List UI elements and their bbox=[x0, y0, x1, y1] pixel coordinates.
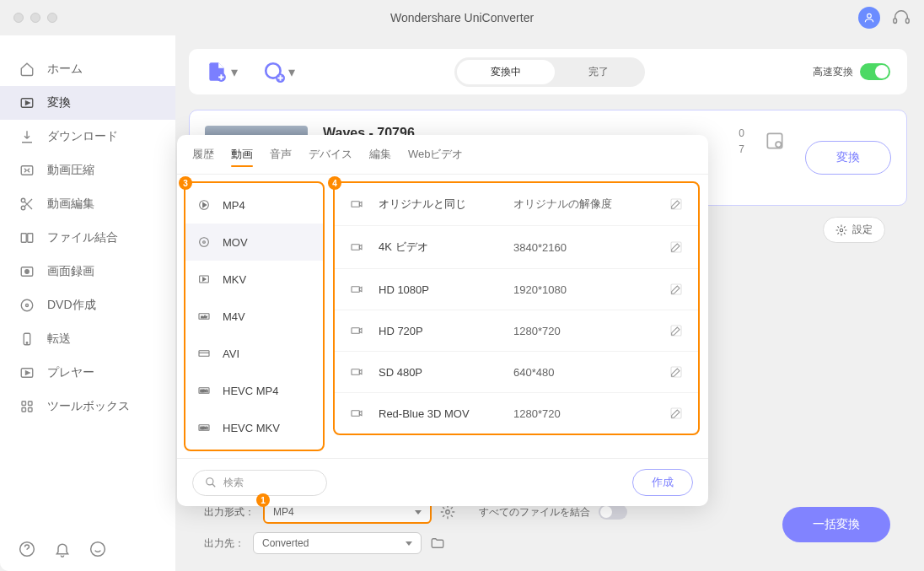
svg-rect-1 bbox=[894, 19, 897, 23]
sidebar-label: 転送 bbox=[47, 331, 71, 347]
convert-icon bbox=[19, 94, 35, 111]
edit-icon[interactable] bbox=[669, 365, 685, 379]
window-controls[interactable] bbox=[13, 13, 57, 23]
format-popup: 履歴 動画 音声 デバイス 編集 Webビデオ 3 MP4 MOV MKV m4… bbox=[177, 135, 708, 506]
avatar[interactable] bbox=[858, 7, 880, 29]
sidebar-label: 動画編集 bbox=[47, 197, 94, 212]
video-icon bbox=[196, 198, 212, 212]
file-settings-icon[interactable] bbox=[760, 126, 790, 156]
svg-point-56 bbox=[446, 510, 450, 514]
res-4k[interactable]: 4K ビデオ3840*2160 bbox=[335, 226, 698, 269]
gear-icon[interactable] bbox=[440, 504, 455, 520]
res-original[interactable]: オリジナルと同じオリジナルの解像度 bbox=[335, 183, 698, 226]
sidebar-item-transfer[interactable]: 転送 bbox=[0, 322, 175, 356]
svg-point-7 bbox=[21, 206, 25, 210]
badge-3: 3 bbox=[179, 176, 192, 190]
dest-dropdown[interactable]: Converted bbox=[253, 532, 422, 554]
bell-icon[interactable] bbox=[54, 541, 71, 558]
sidebar-label: ツールボックス bbox=[47, 399, 130, 414]
svg-rect-45 bbox=[352, 245, 359, 250]
toolbox-icon bbox=[19, 398, 35, 415]
search-input[interactable]: 検索 bbox=[192, 470, 327, 496]
svg-rect-51 bbox=[352, 369, 359, 375]
svg-text:HEVC: HEVC bbox=[200, 427, 208, 430]
tab-history[interactable]: 履歴 bbox=[192, 147, 214, 165]
help-icon[interactable] bbox=[19, 541, 35, 558]
sidebar-item-home[interactable]: ホーム bbox=[0, 52, 175, 86]
format-hevc-mp4[interactable]: HEVCHEVC MP4 bbox=[185, 372, 323, 409]
res-720p[interactable]: HD 720P1280*720 bbox=[335, 310, 698, 352]
convert-button[interactable]: 変換 bbox=[805, 141, 891, 175]
close-dot[interactable] bbox=[13, 13, 24, 23]
video-icon: m4v bbox=[196, 310, 212, 323]
maximize-dot[interactable] bbox=[47, 13, 57, 23]
tab-audio[interactable]: 音声 bbox=[270, 147, 292, 165]
format-mkv[interactable]: MKV bbox=[185, 261, 323, 298]
edit-icon[interactable] bbox=[669, 283, 685, 296]
svg-point-13 bbox=[26, 304, 29, 307]
format-hevc-mkv[interactable]: HEVCHEVC MKV bbox=[185, 409, 323, 446]
sidebar-item-edit[interactable]: 動画編集 bbox=[0, 187, 175, 221]
sidebar-label: DVD作成 bbox=[47, 298, 96, 313]
format-m4v[interactable]: m4vM4V bbox=[185, 298, 323, 335]
speed-toggle[interactable] bbox=[860, 63, 890, 80]
video-icon bbox=[196, 272, 212, 286]
tab-web[interactable]: Webビデオ bbox=[408, 147, 464, 165]
seg-done[interactable]: 完了 bbox=[555, 60, 642, 84]
sidebar-item-dvd[interactable]: DVD作成 bbox=[0, 288, 175, 322]
sidebar-item-toolbox[interactable]: ツールボックス bbox=[0, 390, 175, 423]
res-1080p[interactable]: HD 1080P1920*1080 bbox=[335, 269, 698, 310]
svg-rect-53 bbox=[352, 411, 359, 417]
toolbar: ▾ ▾ 変換中 完了 高速変換 bbox=[189, 49, 907, 94]
add-url-button[interactable]: ▾ bbox=[263, 61, 295, 83]
svg-marker-31 bbox=[203, 202, 207, 207]
feedback-icon[interactable] bbox=[89, 541, 106, 558]
sidebar-item-record[interactable]: 画面録画 bbox=[0, 255, 175, 288]
format-list: 3 MP4 MOV MKV m4vM4V AVI HEVCHEVC MP4 HE… bbox=[177, 175, 325, 458]
svg-rect-43 bbox=[352, 202, 359, 207]
seg-converting[interactable]: 変換中 bbox=[457, 60, 555, 84]
svg-rect-9 bbox=[28, 234, 33, 243]
batch-convert-button[interactable]: 一括変換 bbox=[782, 507, 890, 542]
video-icon bbox=[348, 365, 367, 379]
minimize-dot[interactable] bbox=[30, 13, 40, 23]
svg-text:m4v: m4v bbox=[201, 315, 207, 319]
video-icon bbox=[348, 407, 367, 420]
sidebar-label: 画面録画 bbox=[47, 264, 94, 279]
sidebar-item-download[interactable]: ダウンロード bbox=[0, 120, 175, 154]
svg-rect-47 bbox=[352, 287, 359, 293]
tab-edit[interactable]: 編集 bbox=[369, 147, 391, 165]
create-button[interactable]: 作成 bbox=[632, 469, 693, 496]
sidebar-item-convert[interactable]: 変換 bbox=[0, 86, 175, 120]
format-avi[interactable]: AVI bbox=[185, 335, 323, 372]
tab-video[interactable]: 動画 bbox=[231, 147, 253, 165]
edit-icon[interactable] bbox=[669, 324, 685, 337]
edit-icon[interactable] bbox=[669, 240, 685, 254]
svg-point-0 bbox=[868, 13, 872, 18]
sidebar-label: ホーム bbox=[47, 62, 83, 77]
sidebar-item-compress[interactable]: 動画圧縮 bbox=[0, 154, 175, 187]
tab-device[interactable]: デバイス bbox=[309, 147, 352, 165]
sidebar-item-player[interactable]: プレヤー bbox=[0, 356, 175, 390]
svg-point-6 bbox=[21, 198, 25, 202]
video-icon bbox=[196, 235, 212, 249]
edit-icon[interactable] bbox=[669, 407, 685, 420]
settings-button[interactable]: 設定 bbox=[823, 217, 885, 243]
merge-toggle[interactable] bbox=[599, 504, 627, 520]
chevron-down-icon: ▾ bbox=[288, 64, 295, 80]
folder-icon[interactable] bbox=[430, 536, 445, 551]
headset-icon[interactable] bbox=[892, 8, 911, 27]
format-mov[interactable]: MOV bbox=[185, 224, 323, 261]
record-icon bbox=[19, 263, 35, 280]
compress-icon bbox=[19, 162, 35, 179]
video-icon bbox=[348, 240, 367, 254]
res-3d[interactable]: Red-Blue 3D MOV1280*720 bbox=[335, 393, 698, 434]
add-file-button[interactable]: ▾ bbox=[206, 61, 238, 83]
res-480p[interactable]: SD 480P640*480 bbox=[335, 352, 698, 393]
app-title: Wondershare UniConverter bbox=[390, 11, 534, 24]
sidebar-label: 変換 bbox=[47, 95, 71, 110]
sidebar-item-merge[interactable]: ファイル結合 bbox=[0, 221, 175, 255]
edit-icon[interactable] bbox=[669, 197, 685, 211]
sidebar-label: プレヤー bbox=[47, 365, 94, 380]
format-mp4[interactable]: MP4 bbox=[185, 186, 323, 224]
